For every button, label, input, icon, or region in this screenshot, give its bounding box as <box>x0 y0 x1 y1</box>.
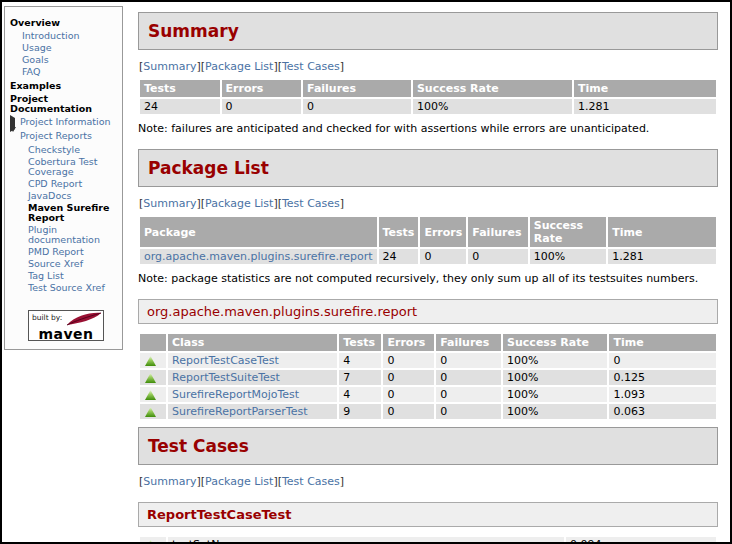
nav-link[interactable]: Package List <box>205 60 273 73</box>
class-row: SurefireReportMojoTest 4 0 0 100% 1.093 <box>140 387 716 402</box>
class-tests: 4 <box>339 387 381 402</box>
nav-link[interactable]: Test Cases <box>282 197 340 210</box>
summary-failures: 0 <box>303 99 411 114</box>
col-header-success-rate: Success Rate <box>413 80 572 97</box>
col-header-tests: Tests <box>379 217 419 247</box>
test-success-icon <box>145 407 156 417</box>
sidebar-navigation: Overview IntroductionUsageGoalsFAQ Examp… <box>4 6 123 350</box>
col-header-status <box>140 334 166 351</box>
class-results-table: Class Tests Errors Failures Success Rate… <box>138 332 718 421</box>
sidebar-item[interactable]: Introduction <box>10 30 119 42</box>
class-link[interactable]: SurefireReportMojoTest <box>172 388 299 401</box>
class-errors: 0 <box>383 353 434 368</box>
test-cases-title: Test Cases <box>148 436 708 456</box>
sidebar-item-project-information[interactable]: Project Information <box>10 116 119 130</box>
col-header-time: Time <box>574 80 716 97</box>
sidebar-item[interactable]: Goals <box>10 54 119 66</box>
section-nav-links: [Summary][Package List][Test Cases] <box>139 197 718 210</box>
class-errors: 0 <box>383 404 434 419</box>
sidebar-link-project-information[interactable]: Project Information <box>20 117 111 127</box>
test-case-name: testSetName <box>168 537 564 544</box>
class-failures: 0 <box>436 370 501 385</box>
sidebar-heading-examples: Examples <box>10 81 119 91</box>
class-failures: 0 <box>436 404 501 419</box>
class-success-rate: 100% <box>503 353 607 368</box>
class-link[interactable]: ReportTestSuiteTest <box>172 371 280 384</box>
col-header-time: Time <box>609 334 716 351</box>
package-list-section-banner: Package List <box>138 149 718 187</box>
col-header-tests: Tests <box>339 334 381 351</box>
package-link[interactable]: org.apache.maven.plugins.surefire.report <box>144 250 373 263</box>
nav-link[interactable]: Package List <box>205 475 273 488</box>
test-class-banner: ReportTestCaseTest <box>138 502 718 527</box>
sidebar-report-item[interactable]: Maven Surefire Report <box>10 202 119 224</box>
test-success-icon <box>145 540 156 544</box>
col-header-tests: Tests <box>140 80 220 97</box>
col-header-failures: Failures <box>436 334 501 351</box>
test-success-icon <box>145 373 156 383</box>
bracket: ] <box>340 60 344 73</box>
expanded-arrow-icon[interactable] <box>10 131 20 143</box>
section-nav-links: [Summary][Package List][Test Cases] <box>139 60 718 73</box>
sidebar-link-project-reports[interactable]: Project Reports <box>20 131 92 141</box>
class-failures: 0 <box>436 353 501 368</box>
maven-brand-text: maven <box>29 329 103 339</box>
sidebar-report-item[interactable]: Source Xref <box>10 258 119 270</box>
class-time: 1.093 <box>609 387 716 402</box>
sidebar-item[interactable]: FAQ <box>10 66 119 78</box>
nav-link[interactable]: Summary <box>143 60 196 73</box>
col-header-time: Time <box>608 217 716 247</box>
class-success-rate: 100% <box>503 387 607 402</box>
sidebar-report-item[interactable]: Plugin documentation <box>10 224 119 246</box>
class-link[interactable]: SurefireReportParserTest <box>172 405 308 418</box>
col-header-errors: Errors <box>420 217 466 247</box>
sidebar-report-item[interactable]: Test Source Xref <box>10 282 119 294</box>
sidebar-report-item[interactable]: Cobertura Test Coverage <box>10 156 119 178</box>
class-errors: 0 <box>383 370 434 385</box>
col-header-package: Package <box>140 217 377 247</box>
package-success-rate: 100% <box>530 249 606 264</box>
sidebar-heading-project-documentation: Project Documentation <box>10 94 119 114</box>
sidebar-report-item[interactable]: JavaDocs <box>10 190 119 202</box>
sidebar-report-item[interactable]: CPD Report <box>10 178 119 190</box>
col-header-failures: Failures <box>303 80 411 97</box>
class-errors: 0 <box>383 387 434 402</box>
nav-link[interactable]: Package List <box>205 197 273 210</box>
test-success-icon <box>145 356 156 366</box>
col-header-errors: Errors <box>222 80 302 97</box>
summary-tests: 24 <box>140 99 220 114</box>
summary-table: Tests Errors Failures Success Rate Time … <box>138 78 718 116</box>
package-failures: 0 <box>468 249 527 264</box>
class-row: ReportTestCaseTest 4 0 0 100% 0 <box>140 353 716 368</box>
sidebar-item-project-reports[interactable]: Project Reports <box>10 130 119 144</box>
sidebar-overview-list: IntroductionUsageGoalsFAQ <box>10 30 119 78</box>
surefire-report-window: Overview IntroductionUsageGoalsFAQ Examp… <box>0 0 732 544</box>
test-case-row: testSetName 0.094 <box>140 537 716 544</box>
nav-link[interactable]: Test Cases <box>282 475 340 488</box>
nav-link[interactable]: Summary <box>143 197 196 210</box>
sidebar-report-item[interactable]: Checkstyle <box>10 144 119 156</box>
class-row: SurefireReportParserTest 9 0 0 100% 0.06… <box>140 404 716 419</box>
col-header-errors: Errors <box>383 334 434 351</box>
class-success-rate: 100% <box>503 370 607 385</box>
report-main-content: Summary [Summary][Package List][Test Cas… <box>138 12 718 544</box>
package-list-table: Package Tests Errors Failures Success Ra… <box>138 215 718 266</box>
bracket: ] <box>340 197 344 210</box>
sidebar-report-item[interactable]: PMD Report <box>10 246 119 258</box>
col-header-failures: Failures <box>468 217 527 247</box>
package-row: org.apache.maven.plugins.surefire.report… <box>140 249 716 264</box>
class-link[interactable]: ReportTestCaseTest <box>172 354 279 367</box>
summary-note: Note: failures are anticipated and check… <box>138 122 718 135</box>
sidebar-report-item[interactable]: Tag List <box>10 270 119 282</box>
nav-link[interactable]: Summary <box>143 475 196 488</box>
summary-time: 1.281 <box>574 99 716 114</box>
package-detail-banner: org.apache.maven.plugins.surefire.report <box>138 299 718 324</box>
class-tests: 9 <box>339 404 381 419</box>
test-case-time: 0.094 <box>566 537 716 544</box>
class-failures: 0 <box>436 387 501 402</box>
nav-link[interactable]: Test Cases <box>282 60 340 73</box>
package-errors: 0 <box>420 249 466 264</box>
built-by-maven-logo[interactable]: built by: maven <box>28 310 104 341</box>
sidebar-item[interactable]: Usage <box>10 42 119 54</box>
class-tests: 4 <box>339 353 381 368</box>
